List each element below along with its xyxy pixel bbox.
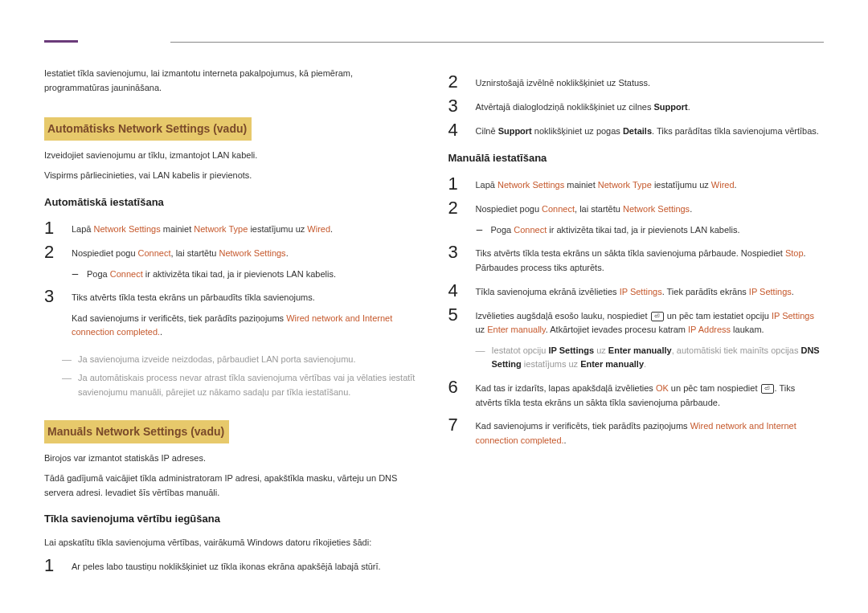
step-number: 2 [448,199,465,217]
auto-step-3: 3 Tiks atvērts tīkla testa ekrāns un pār… [44,288,420,346]
step-number: 3 [44,288,60,346]
dash-icon: ‒ [476,223,483,238]
step-body: Izvēlieties augšdaļā esošo lauku, nospie… [476,306,825,337]
enter-icon: ⏎ [761,384,774,394]
step-number: 2 [44,243,60,261]
dash-icon: ‒ [72,268,79,282]
values-step-4: 4 Cilnē Support noklikšķiniet uz pogas D… [448,121,825,139]
step-number: 7 [448,416,465,447]
divider-line [170,42,824,43]
section1-p1: Izveidojiet savienojumu ar tīklu, izmant… [44,149,420,163]
values-step-2: 2 Uznirstošajā izvēlnē noklikšķiniet uz … [448,73,825,91]
step-body: Atvērtajā dialoglodziņā noklikšķiniet uz… [476,97,825,115]
step-body: Kad savienojums ir verificēts, tiek parā… [476,416,825,447]
step-number: 2 [448,73,465,91]
step-number: 6 [448,378,465,410]
step-number: 1 [44,557,60,574]
subhead-values: Tīkla savienojuma vērtību iegūšana [44,511,420,528]
accent-bar [44,40,78,43]
step-body: Lapā Network Settings mainiet Network Ty… [72,219,420,237]
step-number: 1 [448,175,465,193]
section2-p2: Tādā gadījumā vaicājiet tīkla administra… [44,472,420,500]
section-heading-auto: Automātisks Network Settings (vadu) [44,117,252,140]
values-step-1: 1 Ar peles labo taustiņu noklikšķiniet u… [44,557,420,574]
step-body: Tiks atvērts tīkla testa ekrāns un pārba… [72,288,420,346]
manual-step-5: 5 Izvēlieties augšdaļā esošo lauku, nosp… [448,306,825,337]
values-step-3: 3 Atvērtajā dialoglodziņā noklikšķiniet … [448,97,825,115]
step-body: Ar peles labo taustiņu noklikšķiniet uz … [72,557,420,574]
manual-step-5-note: ― Iestatot opciju IP Settings uz Enter m… [476,344,825,372]
content-columns: Iestatiet tīkla savienojumu, lai izmanto… [44,67,824,581]
manual-step-2-bullet: ‒ Poga Connect ir aktivizēta tikai tad, … [476,223,825,238]
section2-p3: Lai apskatītu tīkla savienojuma vērtības… [44,536,420,550]
step-number: 3 [448,243,465,275]
document-page: Iestatiet tīkla savienojumu, lai izmanto… [0,0,868,581]
right-column: 2 Uznirstošajā izvēlnē noklikšķiniet uz … [448,67,825,581]
manual-step-3: 3 Tiks atvērts tīkla testa ekrāns un sāk… [448,243,825,275]
header-rule [44,40,824,43]
left-column: Iestatiet tīkla savienojumu, lai izmanto… [44,67,420,581]
step-body: Uznirstošajā izvēlnē noklikšķiniet uz St… [476,73,825,91]
note-mark-icon: ― [62,371,72,399]
manual-step-1: 1 Lapā Network Settings mainiet Network … [448,175,825,193]
manual-step-4: 4 Tīkla savienojuma ekrānā izvēlieties I… [448,282,825,300]
step-body: Cilnē Support noklikšķiniet uz pogas Det… [476,121,825,139]
step-number: 3 [448,97,465,115]
step-body: Tīkla savienojuma ekrānā izvēlieties IP … [476,282,825,300]
intro-text: Iestatiet tīkla savienojumu, lai izmanto… [44,67,420,95]
manual-step-2: 2 Nospiediet pogu Connect, lai startētu … [448,199,825,217]
step-body: Tiks atvērts tīkla testa ekrāns un sākta… [476,243,825,275]
subhead-auto: Automātiskā iestatīšana [44,194,420,211]
note-mark-icon: ― [62,353,72,368]
note-2: ― Ja automātiskais process nevar atrast … [62,371,420,399]
step-number: 4 [448,282,465,300]
step-number: 4 [448,121,465,139]
step-body: Nospiediet pogu Connect, lai startētu Ne… [72,243,420,261]
auto-step-2-bullet: ‒ Poga Connect ir aktivizēta tikai tad, … [72,268,420,282]
manual-step-6: 6 Kad tas ir izdarīts, lapas apakšdaļā i… [448,378,825,410]
step-body: Kad tas ir izdarīts, lapas apakšdaļā izv… [476,378,825,410]
auto-step-2: 2 Nospiediet pogu Connect, lai startētu … [44,243,420,261]
note-mark-icon: ― [476,344,485,372]
subhead-manual-setup: Manuālā iestatīšana [448,150,825,167]
step-number: 5 [448,306,465,337]
section2-p1: Birojos var izmantot statiskās IP adrese… [44,452,420,466]
section1-p2: Vispirms pārliecinieties, vai LAN kabeli… [44,169,420,183]
auto-step-1: 1 Lapā Network Settings mainiet Network … [44,219,420,237]
step-number: 1 [44,219,60,237]
note-1: ― Ja savienojuma izveide neizdodas, pārb… [62,353,420,368]
step-body: Lapā Network Settings mainiet Network Ty… [476,175,825,193]
enter-icon: ⏎ [651,312,664,321]
manual-step-7: 7 Kad savienojums ir verificēts, tiek pa… [448,416,825,447]
step-body: Nospiediet pogu Connect, lai startētu Ne… [476,199,825,217]
section-heading-manual: Manuāls Network Settings (vadu) [44,420,229,443]
